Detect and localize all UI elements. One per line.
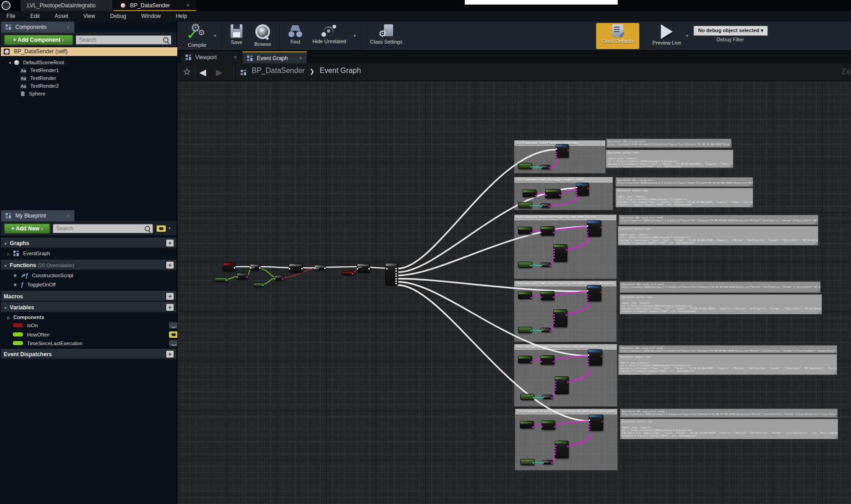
node-getter[interactable]: [518, 262, 532, 268]
comment-text-block[interactable]: Equivalent URL (only curl used) http://l…: [620, 409, 838, 418]
pin-icon[interactable]: [555, 445, 556, 447]
pin-icon[interactable]: [246, 276, 248, 278]
back-arrow-icon[interactable]: ◀: [199, 67, 206, 78]
pin-icon[interactable]: [530, 330, 532, 331]
tree-item-root[interactable]: ▼ DefaultSceneRoot: [8, 59, 64, 67]
pin-icon[interactable]: [553, 317, 555, 318]
forward-arrow-icon[interactable]: ▶: [216, 67, 223, 78]
pin-icon[interactable]: [588, 358, 589, 359]
pin-icon[interactable]: [588, 361, 589, 362]
pin-icon[interactable]: [567, 446, 569, 447]
comment-text-block[interactable]: Equivalent URL (only curl used) http://l…: [620, 281, 821, 293]
pin-icon[interactable]: [551, 397, 552, 398]
pin-icon[interactable]: [542, 462, 544, 464]
close-icon[interactable]: ×: [186, 0, 190, 11]
node-green[interactable]: [523, 190, 536, 197]
pin-icon[interactable]: [549, 265, 551, 266]
pin-icon[interactable]: [556, 154, 557, 155]
row-toggleonoff[interactable]: ★ ƒ ToggleOnOff: [6, 280, 182, 289]
graphs-section-header[interactable]: ▼ Graphs +: [1, 238, 176, 248]
node-getter[interactable]: [520, 459, 534, 465]
pin-icon[interactable]: [587, 290, 588, 291]
menu-file[interactable]: File: [0, 11, 22, 22]
pin-icon[interactable]: [533, 397, 534, 398]
hide-unrelated-button[interactable]: Hide Unrelated: [309, 22, 350, 44]
node-blue[interactable]: [587, 220, 601, 236]
node-green2[interactable]: [545, 189, 561, 198]
pin-icon[interactable]: [553, 249, 555, 250]
pin-icon[interactable]: [555, 386, 556, 388]
comment-text-block[interactable]: Equivalent python code: import json, req…: [606, 150, 733, 168]
pin-icon[interactable]: [368, 268, 370, 269]
menu-edit[interactable]: Edit: [24, 11, 46, 22]
pin-icon[interactable]: [541, 265, 542, 266]
pin-icon[interactable]: [553, 314, 555, 315]
node-set[interactable]: SET: [250, 264, 260, 270]
variables-section-header[interactable]: ▼ Variables +: [1, 302, 176, 312]
pin-icon[interactable]: [395, 278, 397, 280]
pin-icon[interactable]: [301, 268, 303, 269]
comment-text-block[interactable]: Equivalent python code: import json, req…: [618, 226, 818, 246]
pin-icon[interactable]: [576, 192, 577, 193]
tree-item-textrender2[interactable]: Aa TextRender2: [20, 82, 59, 90]
class-defaults-button[interactable]: Class Defaults: [596, 23, 639, 49]
chevron-down-icon[interactable]: ▾: [214, 34, 216, 38]
node-blue[interactable]: [556, 144, 569, 157]
pin-icon[interactable]: [589, 426, 590, 427]
pin-icon[interactable]: [566, 314, 567, 316]
pin-icon[interactable]: [553, 257, 555, 258]
node-small[interactable]: [541, 328, 551, 332]
tree-item-sphere[interactable]: Sphere: [20, 90, 45, 98]
tab-viewport[interactable]: Viewport ×: [181, 51, 242, 63]
chevron-down-icon[interactable]: ▾: [169, 226, 171, 230]
expander-icon[interactable]: ▼: [4, 303, 8, 314]
pin-icon[interactable]: [587, 299, 588, 301]
pin-icon[interactable]: [541, 232, 542, 233]
pin-icon[interactable]: [395, 268, 397, 269]
comment-text-block[interactable]: Equivalent URL (using curl) http://local…: [615, 177, 753, 187]
add-dispatcher-button[interactable]: +: [166, 351, 174, 358]
pin-icon[interactable]: [589, 423, 590, 425]
pin-icon[interactable]: [553, 322, 555, 324]
debug-object-dropdown[interactable]: No debug object selected ▾: [693, 26, 768, 36]
pin-icon[interactable]: [274, 278, 276, 280]
node-getter[interactable]: [518, 327, 532, 333]
menu-debug[interactable]: Debug: [104, 11, 133, 22]
pin-icon[interactable]: [553, 297, 554, 298]
pin-icon[interactable]: [530, 232, 532, 234]
node-green2[interactable]: [541, 291, 554, 300]
menu-help[interactable]: Help: [169, 11, 194, 22]
eye-closed-icon[interactable]: [169, 322, 178, 329]
pin-icon[interactable]: [555, 451, 556, 452]
eye-closed-icon[interactable]: [169, 340, 178, 347]
pin-icon[interactable]: [530, 166, 532, 168]
pin-icon[interactable]: [576, 194, 577, 196]
comment-text-block[interactable]: Equivalent URL (only curl used) http://l…: [619, 215, 818, 225]
node-small[interactable]: [541, 203, 550, 207]
pin-icon[interactable]: [262, 285, 264, 286]
pin-icon[interactable]: [395, 283, 397, 284]
pin-icon[interactable]: [530, 265, 532, 266]
pin-icon[interactable]: [541, 330, 542, 331]
tab-components[interactable]: Components ×: [1, 22, 74, 33]
pin-icon[interactable]: [587, 225, 588, 227]
tree-item-textrender[interactable]: Aa TextRender: [20, 74, 56, 82]
pin-icon[interactable]: [551, 462, 552, 464]
pin-icon[interactable]: [601, 356, 602, 357]
comment-text-block[interactable]: Equivalent python code: import json, req…: [618, 354, 837, 375]
pin-icon[interactable]: [600, 227, 601, 228]
tree-item-textrender1[interactable]: Aa TextRender1: [20, 67, 59, 74]
pin-icon[interactable]: [395, 273, 397, 274]
add-macro-button[interactable]: +: [166, 293, 174, 300]
pin-icon[interactable]: [567, 381, 569, 383]
pin-icon[interactable]: [542, 397, 544, 398]
node-set[interactable]: SET: [357, 263, 370, 272]
node-green2[interactable]: [541, 226, 554, 235]
pin-icon[interactable]: [587, 232, 588, 233]
comment-text-block[interactable]: Equivalent URL (using curl) http://local…: [606, 139, 732, 148]
pin-icon[interactable]: [555, 381, 556, 382]
pin-icon[interactable]: [532, 426, 534, 428]
node-big[interactable]: [553, 244, 567, 262]
pin-icon[interactable]: [541, 206, 542, 207]
node-green[interactable]: [518, 356, 532, 363]
